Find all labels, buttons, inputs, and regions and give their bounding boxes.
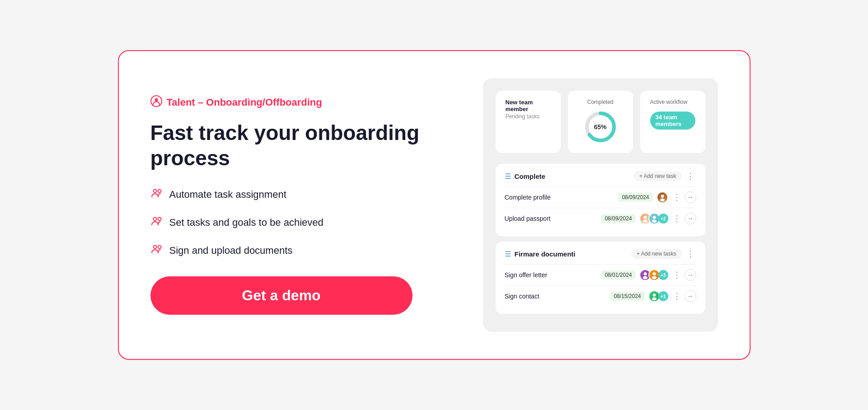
more-btn-task-2[interactable]: ⋮ <box>671 214 683 224</box>
task-date-sign-contact: 08/15/2024 <box>610 292 644 301</box>
svg-point-14 <box>652 216 656 219</box>
team-badge: 34 team members <box>650 112 695 130</box>
svg-point-16 <box>643 272 647 275</box>
task-row-upload-passport: Upload passport 08/09/2024 +2 ⋮ → <box>505 208 696 229</box>
completed-card: Completed 65% <box>568 91 633 153</box>
arrow-btn-task-3[interactable]: → <box>685 269 696 281</box>
brand-row: Talent – Onboarding/Offboarding <box>150 95 456 110</box>
svg-point-6 <box>153 245 156 248</box>
task-name-sign-offer: Sign offer letter <box>505 271 601 279</box>
svg-point-10 <box>661 195 664 198</box>
task-name-upload-passport: Upload passport <box>505 215 601 222</box>
arrow-btn-task-2[interactable]: → <box>685 213 696 224</box>
avatar-count-contact: +1 <box>658 291 668 301</box>
completed-label: Completed <box>578 99 623 105</box>
task-name-sign-contact: Sign contact <box>505 293 610 300</box>
more-button-complete[interactable]: ⋮ <box>685 171 696 181</box>
more-btn-task-4[interactable]: ⋮ <box>671 291 683 301</box>
donut-chart: 65% <box>582 109 619 145</box>
complete-title: Complete <box>515 172 545 180</box>
brand-title: Talent – Onboarding/Offboarding <box>167 97 322 108</box>
complete-section: ☰ Complete + Add new task ⋮ Complete pro… <box>496 164 705 236</box>
task-row-sign-offer: Sign offer letter 08/01/2024 +3 ⋮ → <box>505 264 696 285</box>
brand-icon <box>150 95 162 110</box>
avatars-sign-contact: +1 <box>648 290 668 302</box>
svg-point-3 <box>158 189 161 192</box>
feature-item-automate: Automate task assignment <box>150 187 456 202</box>
right-panel: New team member Pending tasks Completed … <box>483 78 718 332</box>
svg-point-19 <box>652 276 656 280</box>
avatar-1 <box>657 191 668 203</box>
arrow-btn-task-1[interactable]: → <box>685 191 696 203</box>
team-member-card: New team member Pending tasks <box>496 91 561 153</box>
more-btn-task-1[interactable]: ⋮ <box>671 192 683 202</box>
more-button-firmare[interactable]: ⋮ <box>685 249 696 259</box>
task-date-complete-profile: 08/09/2024 <box>618 193 652 202</box>
main-headline: Fast track your onboarding process <box>150 121 456 170</box>
svg-point-21 <box>652 298 656 301</box>
firmare-title-row: ☰ Firmare documenti <box>505 250 576 258</box>
avatars-sign-offer: +3 <box>639 269 668 281</box>
team-member-label: New team member <box>506 99 551 112</box>
add-task-button-complete[interactable]: + Add new task <box>634 171 682 181</box>
task-name-complete-profile: Complete profile <box>505 194 619 201</box>
task-row-complete-profile: Complete profile 08/09/2024 ⋮ → <box>505 186 696 208</box>
task-row-sign-contact: Sign contact 08/15/2024 +1 ⋮ → <box>505 285 696 307</box>
firmare-section-header: ☰ Firmare documenti + Add new tasks ⋮ <box>505 249 696 259</box>
features-list: Automate task assignment Set tasks and g… <box>150 187 456 258</box>
svg-point-18 <box>652 272 656 275</box>
active-workflow-label: Active workflow <box>650 99 695 105</box>
active-workflow-card: Active workflow 34 team members <box>640 91 705 153</box>
more-btn-task-3[interactable]: ⋮ <box>671 270 683 280</box>
stats-row: New team member Pending tasks Completed … <box>496 91 705 153</box>
svg-point-13 <box>643 220 647 223</box>
svg-point-5 <box>158 217 161 220</box>
svg-point-11 <box>660 199 664 202</box>
people-icon-1 <box>150 187 163 202</box>
task-date-upload-passport: 08/09/2024 <box>601 214 635 223</box>
svg-point-7 <box>158 245 161 248</box>
firmare-section: ☰ Firmare documenti + Add new tasks ⋮ Si… <box>496 242 705 314</box>
svg-point-15 <box>652 220 656 223</box>
firmare-title: Firmare documenti <box>515 250 576 258</box>
add-task-button-firmare[interactable]: + Add new tasks <box>631 249 682 259</box>
pending-label: Pending tasks <box>506 113 551 120</box>
left-panel: Talent – Onboarding/Offboarding Fast tra… <box>150 95 456 314</box>
feature-text-documents: Sign and upload documents <box>169 245 293 256</box>
complete-section-header: ☰ Complete + Add new task ⋮ <box>505 171 696 181</box>
avatar-count-passport: +2 <box>658 214 668 224</box>
svg-point-2 <box>153 189 156 192</box>
avatars-complete-profile <box>657 191 668 203</box>
avatar-count-offer: +3 <box>658 270 668 280</box>
get-demo-button[interactable]: Get a demo <box>150 276 413 315</box>
svg-point-12 <box>643 216 647 219</box>
list-icon-complete: ☰ <box>505 172 511 181</box>
donut-percentage: 65% <box>594 123 606 130</box>
people-icon-3 <box>150 243 163 258</box>
feature-item-documents: Sign and upload documents <box>150 243 456 258</box>
svg-point-20 <box>652 294 656 297</box>
svg-point-17 <box>643 276 647 280</box>
people-icon-2 <box>150 215 163 230</box>
main-card: Talent – Onboarding/Offboarding Fast tra… <box>118 50 751 360</box>
list-icon-firmare: ☰ <box>505 250 511 258</box>
feature-text-automate: Automate task assignment <box>169 189 286 200</box>
svg-point-1 <box>155 98 158 102</box>
feature-text-goals: Set tasks and goals to be achieved <box>169 217 324 228</box>
svg-point-4 <box>153 217 156 220</box>
arrow-btn-task-4[interactable]: → <box>685 290 696 302</box>
feature-item-goals: Set tasks and goals to be achieved <box>150 215 456 230</box>
task-date-sign-offer: 08/01/2024 <box>601 270 635 280</box>
complete-title-row: ☰ Complete <box>505 172 545 181</box>
avatars-upload-passport: +2 <box>639 213 668 224</box>
